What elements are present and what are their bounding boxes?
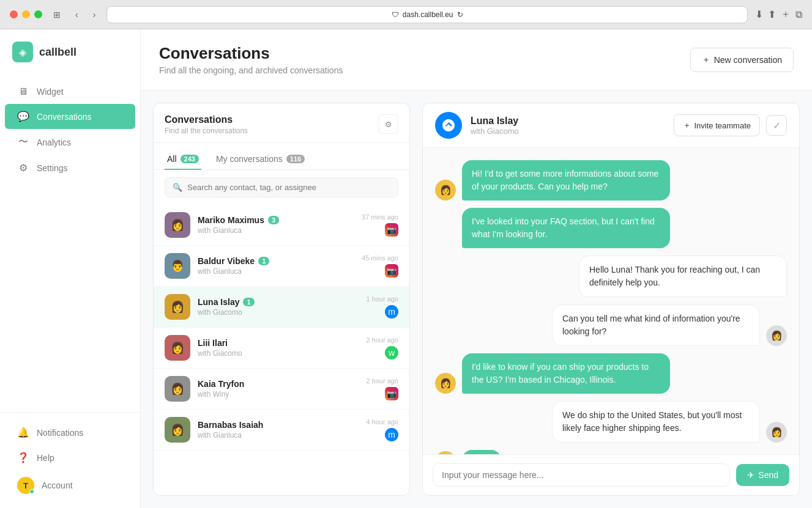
conv-name-row: Baldur Vibeke 1 xyxy=(198,256,354,266)
conv-badge: 1 xyxy=(258,257,269,265)
tab-all[interactable]: All 243 xyxy=(165,149,201,170)
conv-name-row: Mariko Maximus 3 xyxy=(198,215,354,225)
settings-icon: ⚙ xyxy=(17,162,29,174)
new-conversation-label: New conversation xyxy=(714,55,782,65)
page-header-text: Conversations Find all the ongoing, and … xyxy=(159,44,343,75)
download-icon[interactable]: ⬇ xyxy=(755,9,763,20)
new-tab-icon[interactable]: ＋ xyxy=(781,8,791,21)
conv-avatar: 👨 xyxy=(165,253,190,279)
conv-item[interactable]: 👩 Luna Islay 1 with Giacomo 1 hour ago m xyxy=(154,287,409,328)
messenger-icon: m xyxy=(385,428,398,441)
sidebar-toggle-button[interactable]: ⊞ xyxy=(50,7,64,22)
sidebar-item-account-label: Account xyxy=(42,480,73,490)
conv-item[interactable]: 👩 Barnabas Isaiah with Gianluca 4 hour a… xyxy=(154,410,409,451)
back-button[interactable]: ‹ xyxy=(72,7,82,22)
minimize-button[interactable] xyxy=(22,10,30,18)
conv-item[interactable]: 👩 Kaia Tryfon with Winy 2 hour ago 📷 xyxy=(154,369,409,410)
conv-item[interactable]: 👩 Liii Ilari with Giacomo 2 hour ago w xyxy=(154,328,409,369)
sidebar-item-account[interactable]: T Account xyxy=(5,470,135,501)
message-bubble: I've looked into your FAQ section, but I… xyxy=(462,208,670,248)
share-icon[interactable]: ⬆ xyxy=(768,9,776,20)
sidebar-item-conversations[interactable]: 💬 Conversations xyxy=(5,104,135,129)
conv-list: 👩 Mariko Maximus 3 with Gianluca 37 mins… xyxy=(154,205,409,495)
conv-panel-settings-button[interactable]: ⚙ xyxy=(379,114,398,134)
conv-avatar: 👩 xyxy=(165,212,190,238)
plus-icon: ＋ xyxy=(683,120,691,131)
send-button[interactable]: ✈ Send xyxy=(736,464,789,486)
account-avatar: T xyxy=(17,477,34,494)
chat-user-name: Luna Islay xyxy=(471,116,665,127)
message-row: 👩 I'd like to know if you can ship your … xyxy=(435,353,787,394)
maximize-button[interactable] xyxy=(34,10,42,18)
tab-my-label: My conversations xyxy=(216,154,283,164)
whatsapp-icon: w xyxy=(385,346,398,359)
message-input[interactable] xyxy=(433,463,730,487)
tabs-icon[interactable]: ⧉ xyxy=(795,9,802,20)
send-icon: ✈ xyxy=(747,470,754,480)
sidebar-item-analytics[interactable]: 〜 Analytics xyxy=(5,129,135,155)
tab-all-label: All xyxy=(167,154,177,164)
message-avatar: 👩 xyxy=(435,180,456,201)
message-bubble: Can you tell me what kind of information… xyxy=(552,304,760,346)
message-row: 👩 Hi! I'd to get some more informations … xyxy=(435,160,787,201)
close-button[interactable] xyxy=(10,10,18,18)
chat-panel: Luna Islay with Giacomo ＋ Invite teammat… xyxy=(422,103,800,496)
check-button[interactable]: ✓ xyxy=(766,115,787,136)
plus-icon: ＋ xyxy=(702,54,710,65)
messenger-icon: m xyxy=(385,305,398,318)
invite-teammate-label: Invite teammate xyxy=(695,121,751,130)
search-icon: 🔍 xyxy=(173,183,182,192)
conv-assignee: with Gianluca xyxy=(198,431,359,440)
conv-name: Liii Ilari xyxy=(198,338,228,348)
conv-time: 2 hour ago xyxy=(366,377,398,385)
new-conversation-button[interactable]: ＋ New conversation xyxy=(690,48,794,72)
conv-name: Baldur Vibeke xyxy=(198,256,255,266)
chat-header: Luna Islay with Giacomo ＋ Invite teammat… xyxy=(423,103,799,148)
chat-input-area: ✈ Send xyxy=(423,454,799,495)
conv-name-row: Barnabas Isaiah xyxy=(198,420,359,430)
sidebar-item-widget[interactable]: 🖥 Widget xyxy=(5,79,135,104)
forward-button[interactable]: › xyxy=(89,7,100,22)
conv-assignee: with Gianluca xyxy=(198,267,354,276)
browser-chrome: ⊞ ‹ › 🛡 dash.callbell.eu ↻ ⬇ ⬆ ＋ ⧉ xyxy=(0,0,812,29)
conv-assignee: with Winy xyxy=(198,390,359,399)
conv-panel-title: Conversations xyxy=(165,114,248,125)
message-bubble: Hi! I'd to get some more informations ab… xyxy=(462,160,670,201)
message-row-typing: 👩 xyxy=(435,450,787,454)
sidebar-item-settings[interactable]: ⚙ Settings xyxy=(5,155,135,180)
chat-messages: 👩 Hi! I'd to get some more informations … xyxy=(423,148,799,454)
agent-avatar: 👩 xyxy=(766,422,787,443)
address-bar[interactable]: 🛡 dash.callbell.eu ↻ xyxy=(106,6,748,23)
conv-item[interactable]: 👩 Mariko Maximus 3 with Gianluca 37 mins… xyxy=(154,205,409,246)
conv-assignee: with Gianluca xyxy=(198,226,354,235)
url-text: dash.callbell.eu xyxy=(403,10,453,19)
chat-user-info: Luna Islay with Giacomo xyxy=(471,116,665,136)
logo-text: callbell xyxy=(39,46,76,59)
chat-user-sub: with Giacomo xyxy=(471,127,665,136)
page-header: Conversations Find all the ongoing, and … xyxy=(141,29,812,90)
logo-area: ◈ callbell xyxy=(0,29,140,75)
browser-actions: ⬇ ⬆ ＋ ⧉ xyxy=(755,8,802,21)
notifications-icon: 🔔 xyxy=(17,427,29,438)
conv-assignee: with Giacomo xyxy=(198,308,359,317)
search-input[interactable] xyxy=(187,183,390,192)
invite-teammate-button[interactable]: ＋ Invite teammate xyxy=(674,114,761,136)
conv-badge: 1 xyxy=(243,298,254,306)
sidebar-item-help[interactable]: ❓ Help xyxy=(5,445,135,470)
message-bubble: Hello Luna! Thank you for reaching out, … xyxy=(579,256,787,297)
conv-avatar: 👩 xyxy=(165,376,190,402)
conv-item[interactable]: 👨 Baldur Vibeke 1 with Gianluca 45 mins … xyxy=(154,246,409,287)
conv-name: Barnabas Isaiah xyxy=(198,420,263,430)
sidebar-item-settings-label: Settings xyxy=(37,163,68,173)
sidebar-item-notifications[interactable]: 🔔 Notifications xyxy=(5,420,135,445)
analytics-icon: 〜 xyxy=(17,136,29,149)
page-subtitle: Find all the ongoing, and archived conve… xyxy=(159,65,343,75)
tab-my-conversations[interactable]: My conversations 116 xyxy=(214,149,307,170)
conv-name-row: Kaia Tryfon xyxy=(198,379,359,389)
instagram-icon: 📷 xyxy=(385,223,398,237)
instagram-icon: 📷 xyxy=(385,387,398,400)
conv-info: Barnabas Isaiah with Gianluca xyxy=(198,420,359,440)
traffic-lights xyxy=(10,10,42,18)
conv-info: Liii Ilari with Giacomo xyxy=(198,338,359,358)
conv-meta: 4 hour ago m xyxy=(366,418,398,441)
